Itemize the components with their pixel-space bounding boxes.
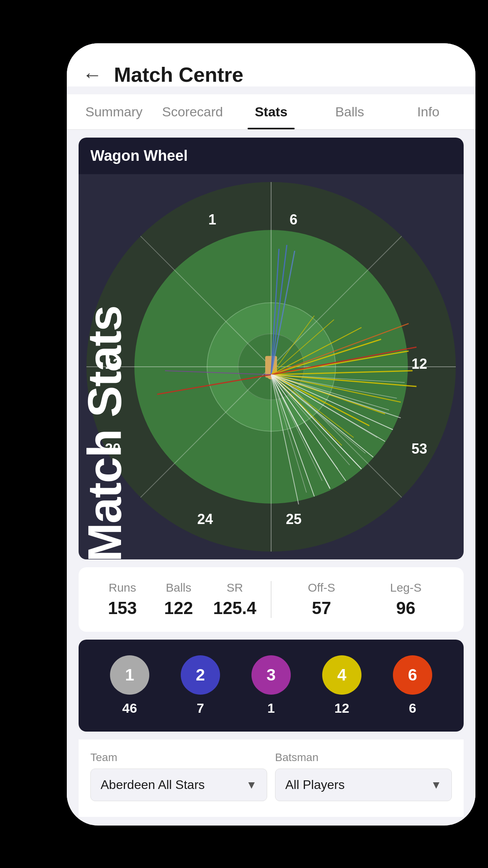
balls-label: Balls (150, 581, 207, 594)
tab-bar: Summary Scorecard Stats Balls Info (67, 94, 475, 130)
team-label: Team (90, 751, 267, 764)
batsman-dropdown[interactable]: All Players ▼ (275, 769, 452, 801)
svg-line-26 (157, 375, 271, 394)
tab-scorecard[interactable]: Scorecard (153, 94, 232, 129)
svg-line-13 (271, 327, 361, 375)
balls-value: 122 (150, 598, 207, 618)
batsman-dropdown-value: All Players (285, 778, 345, 792)
runs-label: Runs (94, 581, 150, 594)
ball-2: 2 (181, 655, 220, 695)
sr-label: SR (207, 581, 263, 594)
legs-value: 96 (364, 598, 448, 618)
tab-summary[interactable]: Summary (75, 94, 153, 129)
ball-item-4: 4 12 (322, 655, 361, 716)
ball-count-3: 1 (268, 701, 275, 716)
ball-item-6: 6 6 (393, 655, 432, 716)
page-title: Match Centre (114, 63, 243, 86)
score-balls-card: 1 46 2 7 3 1 4 12 6 6 (79, 640, 464, 732)
wagon-wheel-card: Wagon Wheel (79, 138, 464, 559)
sr-value: 125.4 (207, 598, 263, 618)
ball-item-1: 1 46 (110, 655, 149, 716)
cricket-field: 1 6 12 12 20 53 24 25 (86, 182, 456, 552)
ball-count-6: 6 (409, 701, 416, 716)
stat-offs: Off-S 57 (279, 581, 364, 618)
stat-legs: Leg-S 96 (364, 581, 448, 618)
ball-count-4: 12 (334, 701, 349, 716)
stat-balls: Balls 122 (150, 581, 207, 618)
ball-6: 6 (393, 655, 432, 695)
batsman-dropdown-arrow: ▼ (431, 779, 442, 791)
wagon-wheel-body: 1 6 12 12 20 53 24 25 (79, 174, 464, 559)
ball-count-1: 46 (122, 701, 137, 716)
offs-label: Off-S (279, 581, 364, 594)
svg-line-7 (271, 375, 401, 402)
tab-balls[interactable]: Balls (310, 94, 389, 129)
batsman-dropdown-group: Batsman All Players ▼ (275, 751, 452, 801)
svg-line-17 (271, 375, 373, 457)
team-dropdown[interactable]: Aberdeen All Stars ▼ (90, 769, 267, 801)
stats-row-card: Runs 153 Balls 122 SR 125.4 Off-S 57 (79, 567, 464, 632)
batting-stats: Runs 153 Balls 122 SR 125.4 (94, 581, 263, 618)
back-button[interactable]: ← (83, 65, 102, 85)
stat-sr: SR 125.4 (207, 581, 263, 618)
svg-line-33 (271, 375, 322, 481)
filter-dropdowns: Team Aberdeen All Stars ▼ Batsman All Pl… (79, 739, 464, 817)
legs-label: Leg-S (364, 581, 448, 594)
svg-line-27 (271, 324, 409, 375)
app-header: ← Match Centre (67, 43, 475, 86)
team-dropdown-group: Team Aberdeen All Stars ▼ (90, 751, 267, 801)
ball-4: 4 (322, 655, 361, 695)
side-title: Match Stats (77, 306, 132, 562)
svg-line-9 (271, 375, 369, 426)
ball-item-2: 2 7 (181, 655, 220, 716)
offs-value: 57 (279, 598, 364, 618)
runs-value: 153 (94, 598, 150, 618)
side-stats: Off-S 57 Leg-S 96 (279, 581, 448, 618)
stat-runs: Runs 153 (94, 581, 150, 618)
tab-info[interactable]: Info (389, 94, 468, 129)
ball-1: 1 (110, 655, 149, 695)
wagon-wheel-header: Wagon Wheel (79, 138, 464, 174)
svg-line-28 (165, 371, 271, 375)
team-dropdown-arrow: ▼ (246, 779, 257, 791)
wagon-wheel-shots (86, 182, 456, 552)
wagon-wheel-title: Wagon Wheel (90, 147, 188, 164)
batsman-label: Batsman (275, 751, 452, 764)
svg-line-2 (271, 245, 287, 375)
ball-item-3: 3 1 (251, 655, 291, 716)
tab-stats[interactable]: Stats (232, 94, 310, 129)
ball-3: 3 (251, 655, 291, 695)
team-dropdown-value: Aberdeen All Stars (101, 778, 205, 792)
stats-divider (271, 581, 272, 618)
ball-count-2: 7 (197, 701, 204, 716)
